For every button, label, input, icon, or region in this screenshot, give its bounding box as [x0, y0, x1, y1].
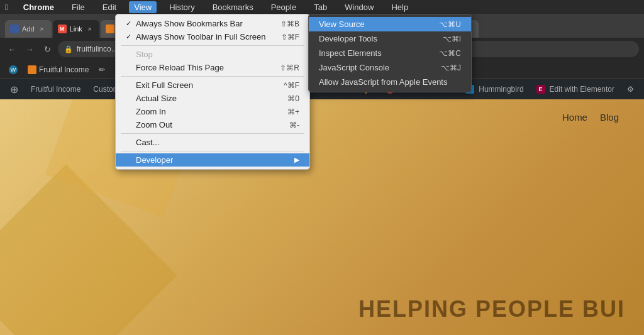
apple-icon[interactable]:  — [5, 3, 8, 12]
wp-icon: W — [9, 65, 18, 74]
wp-logo-button[interactable]: ⊕ — [5, 82, 23, 97]
dev-allow-javascript[interactable]: Allow JavaScript from Apple Events — [309, 75, 471, 89]
nav-home[interactable]: Home — [562, 112, 587, 123]
tab-link[interactable]: M Link × — [53, 20, 99, 38]
bookmark-wp[interactable]: W — [5, 64, 21, 75]
page-heading: Helping People Bui — [358, 296, 625, 322]
wp-elementor[interactable]: E Edit with Elementor — [531, 84, 619, 95]
tab-label-add: Add — [22, 25, 35, 33]
settings-icon: ⚙ — [627, 85, 634, 94]
menu-bookmarks[interactable]: Bookmarks — [208, 1, 258, 13]
dev-view-source[interactable]: View Source ⌥⌘U — [309, 17, 471, 31]
inspect-elements-label: Inspect Elements — [319, 48, 439, 58]
wp-site-name[interactable]: Fruitful Income — [26, 84, 86, 95]
lock-icon: 🔒 — [64, 45, 73, 53]
menu-edit[interactable]: Edit — [97, 1, 121, 13]
tab-close-link[interactable]: × — [86, 25, 94, 33]
cast-label: Cast... — [136, 138, 299, 147]
always-show-bookmarks-label: Always Show Bookmarks Bar — [136, 19, 280, 28]
always-show-bookmarks-shortcut: ⇧⌘B — [280, 19, 299, 28]
url-text: fruitfulinco… — [77, 45, 119, 53]
developer-label: Developer — [136, 155, 294, 165]
tab-favicon-add — [10, 25, 19, 33]
view-source-shortcut: ⌥⌘U — [439, 20, 461, 29]
menu-zoom-in[interactable]: Zoom In ⌘+ — [116, 105, 309, 118]
developer-tools-label: Developer Tools — [319, 34, 443, 43]
force-reload-shortcut: ⇧⌘R — [280, 63, 299, 72]
tab-label-link: Link — [70, 25, 82, 33]
menu-people[interactable]: People — [266, 1, 301, 13]
menu-file[interactable]: File — [67, 1, 90, 13]
tab-favicon-rax — [106, 25, 114, 33]
dev-inspect-elements[interactable]: Inspect Elements ⌥⌘C — [309, 46, 471, 60]
checkmark-bookmarks: ✓ — [126, 19, 136, 28]
forward-button[interactable]: → — [23, 42, 36, 56]
actual-size-label: Actual Size — [136, 94, 287, 103]
menu-view[interactable]: View — [129, 1, 157, 13]
menu-tab[interactable]: Tab — [309, 1, 332, 13]
menu-history[interactable]: History — [164, 1, 199, 13]
edit-pencil-icon: ✏ — [99, 65, 105, 74]
menu-window[interactable]: Window — [340, 1, 379, 13]
dev-developer-tools[interactable]: Developer Tools ⌥⌘I — [309, 31, 471, 46]
zoom-in-shortcut: ⌘+ — [287, 107, 299, 116]
nav-blog[interactable]: Blog — [600, 112, 619, 123]
actual-size-shortcut: ⌘0 — [287, 94, 299, 103]
menu-zoom-out[interactable]: Zoom Out ⌘- — [116, 118, 309, 131]
separator-3 — [121, 133, 304, 134]
menu-developer[interactable]: Developer ▶ — [116, 153, 309, 167]
view-menu-dropdown: ✓ Always Show Bookmarks Bar ⇧⌘B ✓ Always… — [115, 14, 310, 170]
stop-label: Stop — [136, 50, 299, 59]
reload-button[interactable]: ↻ — [40, 42, 54, 56]
force-reload-label: Force Reload This Page — [136, 63, 280, 72]
zoom-out-label: Zoom Out — [136, 120, 289, 129]
menu-always-show-bookmarks[interactable]: ✓ Always Show Bookmarks Bar ⇧⌘B — [116, 17, 309, 30]
tab-favicon-link: M — [58, 25, 67, 33]
elementor-icon: E — [536, 85, 545, 94]
exit-fullscreen-shortcut: ^⌘F — [284, 81, 299, 90]
page-content: Home Blog Helping People Bui — [0, 99, 644, 335]
developer-tools-shortcut: ⌥⌘I — [443, 35, 461, 43]
javascript-console-label: JavaScript Console — [319, 63, 441, 72]
elementor-label: Edit with Elementor — [550, 85, 614, 94]
menu-always-show-toolbar[interactable]: ✓ Always Show Toolbar in Full Screen ⇧⌘F — [116, 30, 309, 43]
tab-close-add[interactable]: × — [38, 25, 47, 33]
developer-arrow: ▶ — [294, 156, 299, 164]
checkmark-toolbar: ✓ — [126, 33, 136, 41]
developer-submenu: View Source ⌥⌘U Developer Tools ⌥⌘I Insp… — [308, 14, 472, 92]
menu-force-reload[interactable]: Force Reload This Page ⇧⌘R — [116, 61, 309, 74]
menu-stop: Stop — [116, 48, 309, 61]
always-show-toolbar-shortcut: ⇧⌘F — [281, 33, 299, 41]
javascript-console-shortcut: ⌥⌘J — [441, 63, 461, 72]
zoom-out-shortcut: ⌘- — [289, 121, 299, 129]
menu-help[interactable]: Help — [386, 1, 413, 13]
menu-chrome[interactable]: Chrome — [18, 1, 59, 13]
menu-exit-fullscreen[interactable]: Exit Full Screen ^⌘F — [116, 79, 309, 92]
bookmark-edit[interactable]: ✏ — [95, 64, 109, 75]
wp-logo-icon: ⊕ — [10, 84, 18, 96]
zoom-in-label: Zoom In — [136, 107, 287, 116]
menu-cast[interactable]: Cast... — [116, 136, 309, 149]
wp-settings-button[interactable]: ⚙ — [622, 84, 639, 95]
fruitful-icon — [28, 65, 36, 74]
bookmark-fruitful-label: Fruitful Income — [39, 65, 89, 74]
separator-1 — [121, 45, 304, 46]
tab-add[interactable]: Add × — [5, 20, 52, 38]
menu-actual-size[interactable]: Actual Size ⌘0 — [116, 92, 309, 105]
hummingbird-label: Hummingbird — [479, 85, 523, 94]
always-show-toolbar-label: Always Show Toolbar in Full Screen — [136, 32, 281, 41]
separator-4 — [121, 151, 304, 151]
bookmark-fruitful[interactable]: Fruitful Income — [24, 64, 92, 75]
exit-fullscreen-label: Exit Full Screen — [136, 80, 284, 90]
dev-javascript-console[interactable]: JavaScript Console ⌥⌘J — [309, 60, 471, 75]
site-name-label: Fruitful Income — [31, 85, 80, 94]
mac-menubar:  Chrome File Edit View History Bookmark… — [0, 0, 644, 14]
allow-javascript-label: Allow JavaScript from Apple Events — [319, 77, 461, 87]
view-source-label: View Source — [319, 19, 439, 29]
back-button[interactable]: ← — [5, 42, 19, 56]
separator-2 — [121, 76, 304, 77]
inspect-elements-shortcut: ⌥⌘C — [439, 49, 461, 58]
page-navigation: Home Blog — [562, 112, 619, 123]
